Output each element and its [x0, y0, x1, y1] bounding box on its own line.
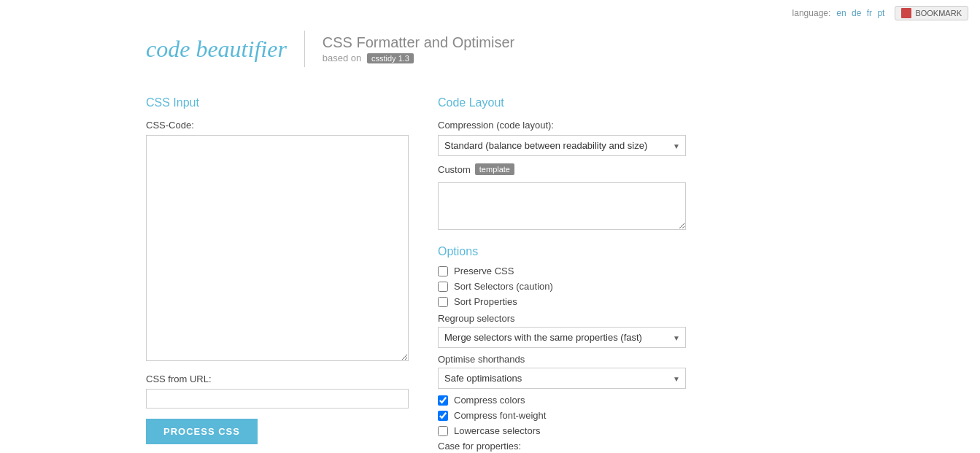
sort-properties-checkbox[interactable] — [438, 297, 448, 307]
bookmark-label: BOOKMARK — [915, 9, 962, 18]
compress-colors-checkbox[interactable] — [438, 395, 448, 406]
css-url-input[interactable] — [146, 389, 409, 409]
css-code-label: CSS-Code: — [146, 120, 409, 131]
compress-font-weight-row: Compress font-weight — [438, 410, 834, 421]
preserve-css-checkbox[interactable] — [438, 266, 448, 276]
custom-template-row: Custom template — [438, 163, 834, 175]
optimise-select[interactable]: Safe optimisations No optimisations All … — [438, 368, 686, 389]
lang-fr[interactable]: fr — [867, 8, 872, 18]
compress-colors-label[interactable]: Compress colors — [454, 395, 525, 406]
based-on-label: based on — [323, 53, 362, 63]
compress-font-weight-checkbox[interactable] — [438, 411, 448, 421]
lang-de[interactable]: de — [852, 8, 861, 18]
regroup-select-wrapper: Merge selectors with the same properties… — [438, 327, 686, 348]
lowercase-selectors-checkbox[interactable] — [438, 426, 448, 436]
sort-properties-row: Sort Properties — [438, 296, 834, 307]
css-code-input[interactable] — [146, 135, 409, 361]
sort-selectors-row: Sort Selectors (caution) — [438, 281, 834, 292]
case-properties-label: Case for properties: — [438, 441, 834, 452]
code-layout-title: Code Layout — [438, 96, 834, 109]
css-url-row: CSS from URL: — [146, 373, 409, 409]
right-panel: Code Layout Compression (code layout): S… — [438, 96, 834, 452]
css-url-label: CSS from URL: — [146, 373, 409, 384]
regroup-select[interactable]: Merge selectors with the same properties… — [438, 327, 686, 348]
lowercase-selectors-label[interactable]: Lowercase selectors — [454, 425, 541, 436]
lang-en[interactable]: en — [836, 8, 846, 18]
sort-selectors-label[interactable]: Sort Selectors (caution) — [454, 281, 553, 292]
preserve-css-label[interactable]: Preserve CSS — [454, 266, 514, 276]
left-panel: CSS Input CSS-Code: CSS from URL: PROCES… — [146, 96, 409, 452]
preserve-css-row: Preserve CSS — [438, 266, 834, 276]
compression-select[interactable]: Standard (balance between readability an… — [438, 135, 686, 156]
regroup-label: Regroup selectors — [438, 313, 834, 324]
lowercase-selectors-row: Lowercase selectors — [438, 425, 834, 436]
css-input-title: CSS Input — [146, 96, 409, 109]
main-title: CSS Formatter and Optimiser — [323, 34, 514, 51]
sort-properties-label[interactable]: Sort Properties — [454, 296, 517, 307]
bookmark-icon — [901, 8, 911, 18]
custom-label: Custom — [438, 164, 471, 175]
header: code beautifier CSS Formatter and Optimi… — [0, 23, 980, 82]
optimise-select-wrapper: Safe optimisations No optimisations All … — [438, 368, 686, 389]
compression-label: Compression (code layout): — [438, 120, 834, 131]
language-links: en de fr pt — [835, 8, 886, 18]
options-title: Options — [438, 245, 834, 258]
optimise-label: Optimise shorthands — [438, 354, 834, 365]
header-subtitle: CSS Formatter and Optimiser based on css… — [323, 34, 514, 63]
custom-template-input[interactable] — [438, 182, 686, 230]
compress-colors-row: Compress colors — [438, 395, 834, 406]
top-bar: language: en de fr pt BOOKMARK — [0, 0, 980, 23]
compress-font-weight-label[interactable]: Compress font-weight — [454, 410, 546, 421]
main-content: CSS Input CSS-Code: CSS from URL: PROCES… — [0, 82, 980, 453]
process-css-button[interactable]: PROCESS CSS — [146, 419, 258, 444]
sort-selectors-checkbox[interactable] — [438, 282, 448, 292]
header-divider — [304, 31, 305, 67]
based-on: based on csstidy 1.3 — [323, 53, 414, 63]
csstidy-badge: csstidy 1.3 — [367, 53, 414, 63]
logo: code beautifier — [146, 36, 287, 63]
bookmark-button[interactable]: BOOKMARK — [895, 6, 968, 20]
language-label: language: — [792, 8, 831, 18]
compression-select-wrapper: Standard (balance between readability an… — [438, 135, 686, 156]
lang-pt[interactable]: pt — [877, 8, 884, 18]
template-badge: template — [475, 163, 514, 175]
